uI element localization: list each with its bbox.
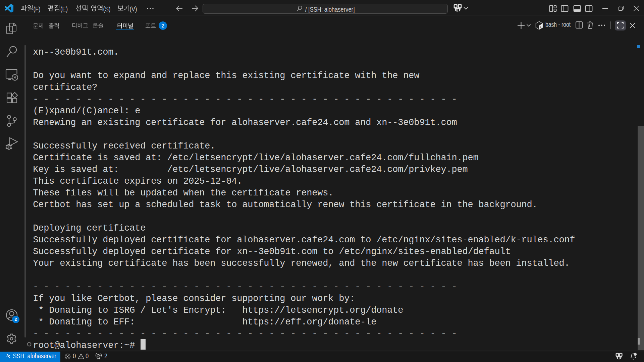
- svg-text:$: $: [540, 26, 541, 29]
